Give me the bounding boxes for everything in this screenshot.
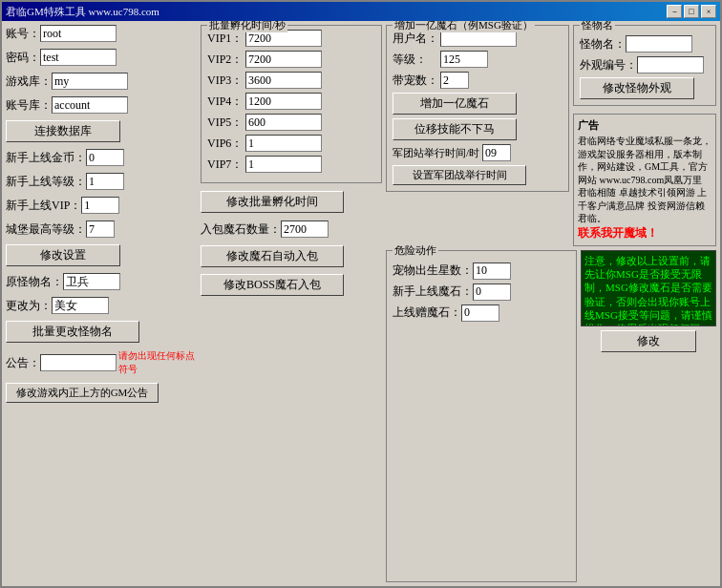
modify-boss-magic-button[interactable]: 修改BOSS魔石入包 [201,274,344,296]
modify-batch-hatch-button[interactable]: 修改批量孵化时间 [201,191,344,213]
vip7-row: VIP7： [207,156,375,173]
batch-change-monster-button[interactable]: 批量更改怪物名 [6,321,139,343]
batch-hatch-title: 批量孵化时间/秒 [207,21,287,32]
modify-appearance-button[interactable]: 修改怪物外观 [580,77,694,99]
move-skill-button[interactable]: 位移技能不下马 [393,118,517,140]
pet-star-input[interactable] [473,262,511,280]
modify-announcement-button[interactable]: 修改游戏内正上方的GM公告 [6,383,159,403]
warning-textarea[interactable]: 注意，修改以上设置前，请先让你MSG是否接受无限制，MSG修改魔石是否需要验证，… [581,250,716,326]
vip7-input[interactable] [245,156,322,173]
newbie-vip-row: 新手上线VIP： [6,197,197,214]
announcement-label: 公告： [6,355,40,371]
pet-star-label: 宠物出生星数： [393,262,473,279]
account-input[interactable] [40,25,117,42]
newbie-vip-input[interactable] [81,197,119,214]
accountdb-input[interactable] [52,96,128,114]
change-to-input[interactable] [52,297,109,314]
castle-level-row: 城堡最高等级： [6,220,197,238]
newbie-level-input[interactable] [86,173,124,190]
im-pets-label: 带宠数： [393,73,440,89]
newbie-gold-input[interactable] [86,149,124,166]
im-username-label: 用户名： [393,31,440,47]
accountdb-row: 账号库： [6,96,197,114]
accountdb-label: 账号库： [6,97,52,114]
announcement-input[interactable] [40,354,117,371]
modify-settings-button[interactable]: 修改设置 [6,244,120,266]
gamedb-label: 游戏库： [6,74,52,90]
announcement-row: 公告： 请勿出现任何标点符号 [6,349,197,376]
advertisement-box: 广告 君临网络专业魔域私服一条龙，游戏架设服务器相用，版本制作，网站建设，GM工… [573,114,716,246]
monster-name-input[interactable] [626,35,692,52]
vip5-input[interactable] [245,114,322,131]
original-monster-input[interactable] [63,273,120,290]
account-row: 账号： [6,25,197,42]
vip2-input[interactable] [245,51,322,68]
army-time-label: 军团站举行时间/时 [393,146,479,160]
middle-column: 批量孵化时间/秒 VIP1： VIP2： VIP3： VIP4： [201,25,382,582]
im-level-input[interactable] [440,51,488,68]
vip3-label: VIP3： [207,73,245,89]
login-magic-input[interactable] [461,304,499,322]
right-section: 增加一亿魔石（例MSG验证） 用户名： 等级： 带宠数： [386,25,716,582]
vip4-input[interactable] [245,93,322,110]
add-magic-stone-button[interactable]: 增加一亿魔石 [393,93,517,115]
vip2-row: VIP2： [207,51,375,68]
magic-stone-row: 入包魔石数量： [201,220,382,238]
warning-section: 注意，修改以上设置前，请先让你MSG是否接受无限制，MSG修改魔石是否需要验证，… [581,250,716,582]
ad-link[interactable]: 联系我开魔域！ [578,225,711,242]
vip1-label: VIP1： [207,31,245,47]
danger-section: 危险动作 宠物出生星数： 新手上线魔石： 上线赠魔石： [386,250,577,582]
password-label: 密码： [6,50,40,66]
vip6-label: VIP6： [207,136,245,152]
vip5-row: VIP5： [207,114,375,131]
vip6-input[interactable] [245,135,322,152]
close-button[interactable]: × [701,5,716,18]
window-controls: － □ × [667,5,716,18]
army-time-row: 军团站举行时间/时 [393,144,563,161]
main-window: 君临GM特殊工具 www.uc798.com － □ × 账号： 密码： 游戏库… [0,0,722,588]
vip6-row: VIP6： [207,135,375,152]
connect-db-button[interactable]: 连接数据库 [6,120,120,142]
minimize-button[interactable]: － [667,5,682,18]
monster-name-label: 怪物名： [580,36,626,52]
vip7-label: VIP7： [207,157,245,173]
window-title: 君临GM特殊工具 www.uc798.com [6,5,159,19]
modify-auto-magic-button[interactable]: 修改魔石自动入包 [201,245,344,267]
increase-magic-section: 增加一亿魔石（例MSG验证） 用户名： 等级： 带宠数： [386,25,569,246]
magic-stone-input[interactable] [281,220,329,238]
newbie-magic-input[interactable] [473,284,511,301]
password-input[interactable] [40,49,117,66]
vip3-row: VIP3： [207,72,375,89]
im-pets-input[interactable] [440,72,469,89]
danger-box-title: 危险动作 [393,243,438,258]
pet-star-row: 宠物出生星数： [393,262,570,280]
main-content: 账号： 密码： 游戏库： 账号库： 连接数据库 新手上线金币： [2,21,720,586]
newbie-magic-label: 新手上线魔石： [393,284,473,300]
set-army-time-button[interactable]: 设置军团战举行时间 [393,165,526,185]
im-level-row: 等级： [393,51,563,68]
change-to-row: 更改为： [6,297,197,314]
newbie-vip-label: 新手上线VIP： [6,198,81,214]
monster-name-row: 怪物名： [580,35,710,52]
modify-button[interactable]: 修改 [601,330,696,352]
right-top: 增加一亿魔石（例MSG验证） 用户名： 等级： 带宠数： [386,25,716,246]
monster-group-title: 怪物名 [580,21,615,32]
login-magic-row: 上线赠魔石： [393,304,570,322]
castle-level-label: 城堡最高等级： [6,221,86,238]
newbie-gold-label: 新手上线金币： [6,150,86,166]
appearance-input[interactable] [637,56,704,74]
gamedb-input[interactable] [52,73,128,90]
im-pets-row: 带宠数： [393,72,563,89]
increase-magic-title: 增加一亿魔石（例MSG验证） [393,21,535,32]
maximize-button[interactable]: □ [684,5,699,18]
army-time-input[interactable] [482,144,511,161]
newbie-magic-row: 新手上线魔石： [393,284,570,301]
vip4-row: VIP4： [207,93,375,110]
castle-level-input[interactable] [86,220,115,238]
account-label: 账号： [6,26,40,42]
monster-ad-column: 怪物名 怪物名： 外观编号： 修改怪物外观 [573,25,716,246]
vip3-input[interactable] [245,72,322,89]
newbie-gold-row: 新手上线金币： [6,149,197,166]
left-column: 账号： 密码： 游戏库： 账号库： 连接数据库 新手上线金币： [6,25,197,582]
appearance-label: 外观编号： [580,57,637,74]
